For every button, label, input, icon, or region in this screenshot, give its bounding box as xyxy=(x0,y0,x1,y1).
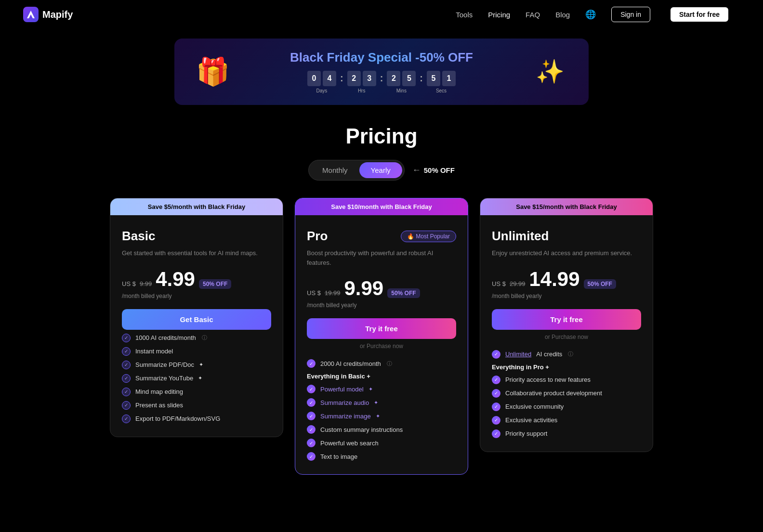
unlimited-plan-card: Save $15/month with Black Friday Unlimit… xyxy=(480,198,653,452)
pro-cta-button[interactable]: Try it free xyxy=(307,318,456,339)
check-icon: ✓ xyxy=(307,385,316,393)
check-icon: ✓ xyxy=(492,429,500,438)
basic-plan-desc: Get started with essential tools for AI … xyxy=(122,248,271,258)
mins-digit-1: 5 xyxy=(402,71,416,86)
feature-text: Text to image xyxy=(320,453,357,460)
check-icon: ✓ xyxy=(122,374,131,383)
star-icon: ✨ xyxy=(536,58,565,85)
basic-off-badge: 50% OFF xyxy=(199,279,231,289)
countdown-days: 0 4 Days xyxy=(307,71,336,93)
check-icon: ✓ xyxy=(492,389,500,398)
feature-text: Unlimited xyxy=(505,350,531,358)
check-icon: ✓ xyxy=(307,359,316,368)
hours-digit-1: 3 xyxy=(363,71,376,86)
basic-plan-header: Basic xyxy=(122,229,271,244)
feature-text: Powerful web search xyxy=(320,440,379,447)
banner-left-decoration: 🎁 xyxy=(194,56,232,88)
signin-button[interactable]: Sign in xyxy=(611,7,650,22)
logo-icon xyxy=(23,7,39,22)
feature-text: Everything in Pro + xyxy=(492,363,549,371)
feature-text: Instant model xyxy=(135,348,173,355)
secs-label: Secs xyxy=(436,88,447,93)
info-icon: ⓘ xyxy=(568,350,573,358)
feature-item: ✓ Summarize YouTube ✦ xyxy=(122,374,271,383)
feature-item: ✓ Custom summary instructions xyxy=(307,425,456,434)
start-button[interactable]: Start for free xyxy=(671,7,728,22)
unlimited-plan-body: Unlimited Enjoy unrestricted AI access a… xyxy=(480,215,653,452)
separator-2: : xyxy=(380,73,383,84)
basic-price-row: US $ 9.99 4.99 50% OFF xyxy=(122,268,271,291)
feature-item: ✓ Export to PDF/Markdown/SVG xyxy=(122,415,271,423)
feature-item: ✓ Mind map editing xyxy=(122,388,271,396)
nav-links: Tools Pricing FAQ Blog 🌐 Sign in Start f… xyxy=(456,7,728,22)
basic-main-price: 4.99 xyxy=(156,268,195,291)
feature-text: Powerful model xyxy=(320,386,364,393)
unlimited-billing: /month billed yearly xyxy=(492,293,641,299)
check-icon: ✓ xyxy=(492,376,500,384)
feature-item: ✓ Instant model xyxy=(122,347,271,356)
feature-text: Priority access to new features xyxy=(505,376,591,383)
feature-text: Present as slides xyxy=(135,402,183,409)
check-icon: ✓ xyxy=(122,401,131,410)
feature-text: Everything in Basic + xyxy=(307,373,370,380)
check-icon: ✓ xyxy=(122,334,131,342)
logo[interactable]: Mapify xyxy=(23,7,73,22)
plans-grid: Save $5/month with Black Friday Basic Ge… xyxy=(92,198,671,475)
basic-billing: /month billed yearly xyxy=(122,293,271,299)
navbar: Mapify Tools Pricing FAQ Blog 🌐 Sign in … xyxy=(0,0,763,29)
feature-item: ✓ Priority support xyxy=(492,429,641,438)
spark-icon: ✦ xyxy=(374,400,378,406)
check-icon: ✓ xyxy=(307,398,316,407)
feature-text: Collaborative product development xyxy=(505,389,602,397)
pricing-section: Pricing Monthly Yearly ← 50% OFF Save $5… xyxy=(0,115,763,494)
check-icon: ✓ xyxy=(122,388,131,396)
basic-plan-banner: Save $5/month with Black Friday xyxy=(110,198,283,215)
unlimited-cta-button[interactable]: Try it free xyxy=(492,309,641,330)
nav-blog[interactable]: Blog xyxy=(555,11,570,19)
unlimited-plan-name: Unlimited xyxy=(492,229,549,244)
check-icon: ✓ xyxy=(307,412,316,420)
feature-text: Export to PDF/Markdown/SVG xyxy=(135,415,220,422)
feature-text: Summarize PDF/Doc xyxy=(135,361,194,368)
unlimited-or-purchase: or Purchase now xyxy=(492,334,641,340)
feature-text: Summarize image xyxy=(320,413,371,420)
pro-features-list: ✓ 2000 AI credits/month ⓘ Everything in … xyxy=(307,359,456,461)
pro-currency: US $ xyxy=(307,289,321,297)
separator-1: : xyxy=(340,73,343,84)
days-digit-0: 0 xyxy=(307,71,321,86)
nav-faq[interactable]: FAQ xyxy=(526,11,540,19)
basic-currency: US $ xyxy=(122,280,136,287)
feature-header: Everything in Basic + xyxy=(307,373,456,380)
pro-plan-body: Pro 🔥 Most Popular Boost productivity wi… xyxy=(295,215,468,474)
spark-icon: ✦ xyxy=(198,375,202,381)
mins-label: Mins xyxy=(396,88,407,93)
unlimited-plan-banner: Save $15/month with Black Friday xyxy=(480,198,653,215)
check-icon: ✓ xyxy=(307,439,316,447)
pricing-title: Pricing xyxy=(345,124,417,148)
check-icon: ✓ xyxy=(307,452,316,461)
days-digit-1: 4 xyxy=(323,71,336,86)
banner-content: Black Friday Special -50% OFF 0 4 Days :… xyxy=(232,50,531,93)
promo-banner: 🎁 Black Friday Special -50% OFF 0 4 Days… xyxy=(174,39,589,105)
yearly-toggle[interactable]: Yearly xyxy=(359,162,402,178)
pro-plan-desc: Boost productivity with powerful and rob… xyxy=(307,248,456,267)
unlimited-currency: US $ xyxy=(492,280,506,287)
pro-plan-name: Pro xyxy=(307,229,328,244)
feature-item: ✓ 1000 AI credits/month ⓘ xyxy=(122,334,271,342)
nav-pricing[interactable]: Pricing xyxy=(488,11,510,19)
globe-icon[interactable]: 🌐 xyxy=(585,9,596,20)
feature-item: ✓ Unlimited AI credits ⓘ xyxy=(492,350,641,359)
spark-icon: ✦ xyxy=(368,386,373,392)
feature-item: ✓ Summarize image ✦ xyxy=(307,412,456,420)
off-label: 50% OFF xyxy=(424,166,455,174)
basic-original-price: 9.99 xyxy=(140,280,152,287)
spark-icon: ✦ xyxy=(376,413,380,419)
arrow-icon: ← xyxy=(412,165,421,175)
billing-toggle: Monthly Yearly xyxy=(308,160,405,181)
nav-tools[interactable]: Tools xyxy=(456,11,473,19)
basic-cta-button[interactable]: Get Basic xyxy=(122,309,271,330)
unlimited-plan-desc: Enjoy unrestricted AI access and premium… xyxy=(492,248,641,258)
gift-icon: 🎁 xyxy=(196,56,230,88)
feature-text: 1000 AI credits/month xyxy=(135,334,196,341)
monthly-toggle[interactable]: Monthly xyxy=(311,162,359,178)
